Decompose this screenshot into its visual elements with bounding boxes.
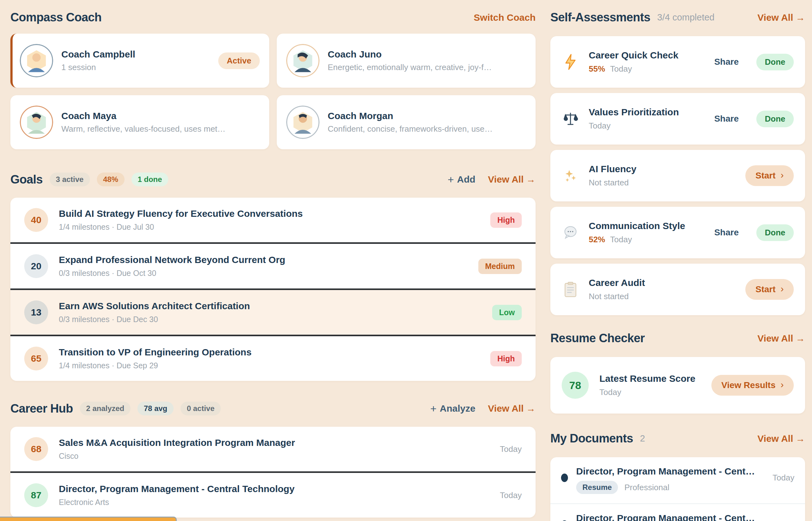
coach-card-juno[interactable]: Coach Juno Energetic, emotionally warm, …: [277, 33, 535, 88]
view-results-button[interactable]: View Results›: [711, 375, 794, 395]
assessment-card-communication-style[interactable]: Communication Style 52%Today Share Done: [550, 207, 805, 258]
arrow-right-icon: →: [796, 12, 805, 23]
share-link[interactable]: Share: [714, 114, 739, 124]
coach-description: Confident, concise, frameworks-driven, u…: [328, 124, 495, 134]
plus-icon: +: [430, 403, 437, 415]
arrow-right-icon: →: [526, 403, 535, 413]
goal-title: Build AI Strategy Fluency for Executive …: [59, 208, 303, 219]
goals-title: Goals: [10, 173, 43, 186]
goal-row[interactable]: 20 Expand Professional Network Beyond Cu…: [10, 242, 535, 289]
share-link[interactable]: Share: [714, 227, 739, 237]
switch-coach-link[interactable]: Switch Coach: [474, 12, 535, 23]
career-hub-list-card: 68 Sales M&A Acquisition Integration Pro…: [10, 427, 535, 518]
coach-grid: Coach Campbell 1 session Active Coach Ju…: [10, 33, 535, 149]
job-date: Today: [500, 444, 522, 454]
assessment-title: Career Quick Check: [589, 50, 678, 61]
career-hub-row[interactable]: 68 Sales M&A Acquisition Integration Pro…: [10, 427, 535, 471]
priority-badge: Low: [492, 305, 522, 320]
priority-badge: High: [490, 351, 522, 366]
resume-score-circle: 78: [562, 372, 589, 399]
coach-card-maya[interactable]: Coach Maya Warm, reflective, values-focu…: [10, 95, 269, 149]
assessment-title: AI Fluency: [589, 164, 637, 175]
career-hub-view-all-link[interactable]: View All→: [488, 403, 535, 414]
goal-row[interactable]: 13 Earn AWS Solutions Architect Certific…: [10, 289, 535, 335]
coach-description: 1 session: [61, 63, 135, 72]
career-hub-section-header: Career Hub 2 analyzed 78 avg 0 active + …: [10, 402, 535, 415]
goal-progress-circle: 13: [24, 300, 48, 324]
coach-name: Coach Morgan: [328, 111, 495, 121]
document-title: Director, Program Management - Central T…: [576, 513, 755, 521]
coach-card-morgan[interactable]: Coach Morgan Confident, concise, framewo…: [277, 95, 535, 149]
documents-title: My Documents: [550, 432, 633, 445]
add-goal-button[interactable]: + Add: [447, 174, 475, 186]
start-button[interactable]: Start›: [745, 165, 794, 186]
goals-list-card: 40 Build AI Strategy Fluency for Executi…: [10, 198, 535, 381]
job-title: Sales M&A Acquisition Integration Progra…: [59, 437, 295, 448]
goal-row[interactable]: 40 Build AI Strategy Fluency for Executi…: [10, 198, 535, 242]
job-score-circle: 68: [24, 437, 48, 461]
assessment-status: Not started: [589, 292, 645, 301]
arrow-right-icon: →: [796, 333, 805, 343]
document-row[interactable]: Director, Program Management - Central T…: [550, 503, 805, 521]
assessment-title: Career Audit: [589, 277, 645, 288]
assessment-percent: 52%: [589, 235, 605, 244]
assessment-card-values-prioritization[interactable]: Values Prioritization Today Share Done: [550, 93, 805, 144]
assessment-card-ai-fluency[interactable]: AI Fluency Not started Start›: [550, 150, 805, 201]
clipboard-icon: [562, 281, 579, 297]
coach-name: Coach Juno: [328, 49, 495, 60]
chevron-right-icon: ›: [781, 170, 784, 180]
chevron-right-icon: ›: [781, 380, 784, 389]
coach-name: Coach Maya: [61, 111, 228, 121]
sparkles-icon: [562, 167, 579, 184]
chevron-right-icon: ›: [781, 284, 784, 294]
assessments-section-header: Self-Assessments 3/4 completed View All→: [550, 11, 805, 24]
goal-title: Earn AWS Solutions Architect Certificati…: [59, 301, 250, 311]
lightning-icon: [562, 54, 579, 70]
documents-view-all-link[interactable]: View All→: [758, 433, 805, 444]
document-title: Director, Program Management - Central T…: [576, 466, 755, 477]
job-score-circle: 87: [24, 483, 48, 507]
documents-list-card: Director, Program Management - Central T…: [550, 457, 805, 521]
start-button[interactable]: Start›: [745, 279, 794, 300]
goals-active-badge: 3 active: [50, 173, 90, 186]
analyze-button[interactable]: + Analyze: [430, 403, 475, 415]
share-link[interactable]: Share: [714, 57, 739, 67]
resume-checker-view-all-link[interactable]: View All→: [758, 333, 805, 344]
assessment-card-career-quick-check[interactable]: Career Quick Check 55%Today Share Done: [550, 36, 805, 88]
goal-row[interactable]: 65 Transition to VP of Engineering Opera…: [10, 335, 535, 381]
priority-badge: High: [490, 212, 522, 228]
plus-icon: +: [447, 174, 454, 186]
resume-score-card[interactable]: 78 Latest Resume Score Today View Result…: [550, 357, 805, 413]
assessment-status: Not started: [589, 178, 637, 188]
goals-view-all-link[interactable]: View All→: [488, 174, 535, 185]
scales-icon: [562, 111, 579, 126]
assessment-card-career-audit[interactable]: Career Audit Not started Start›: [550, 264, 805, 315]
arrow-right-icon: →: [796, 433, 805, 444]
assessment-title: Communication Style: [589, 221, 685, 231]
assessment-date: Today: [589, 121, 679, 131]
coach-card-campbell[interactable]: Coach Campbell 1 session Active: [10, 33, 269, 88]
document-type-badge: Resume: [576, 481, 618, 494]
left-column: Compass Coach Switch Coach Coach Campbel…: [10, 11, 535, 521]
assessment-title: Values Prioritization: [589, 107, 679, 117]
goal-progress-circle: 65: [24, 346, 48, 370]
job-company: Cisco: [59, 452, 295, 461]
arrow-right-icon: →: [526, 174, 535, 184]
goal-meta: 0/3 milestones · Due Dec 30: [59, 315, 250, 324]
goals-done-badge: 1 done: [131, 173, 168, 186]
coach-name: Coach Campbell: [61, 49, 135, 60]
assessments-title: Self-Assessments: [550, 11, 650, 24]
document-dot-icon: [561, 474, 568, 482]
dashboard-page: Compass Coach Switch Coach Coach Campbel…: [0, 0, 812, 521]
assessments-view-all-link[interactable]: View All→: [758, 12, 805, 23]
document-date: Today: [773, 473, 794, 494]
page-title: Compass Coach: [10, 11, 102, 24]
career-hub-row[interactable]: 87 Director, Program Management - Centra…: [10, 471, 535, 518]
career-hub-title: Career Hub: [10, 402, 73, 415]
coach-avatar: [20, 44, 53, 77]
goals-section-header: Goals 3 active 48% 1 done + Add View All…: [10, 173, 535, 186]
document-row[interactable]: Director, Program Management - Central T…: [550, 457, 805, 503]
coach-avatar: [286, 44, 320, 77]
coach-avatar: [286, 106, 320, 139]
assessment-date: Today: [610, 235, 632, 244]
